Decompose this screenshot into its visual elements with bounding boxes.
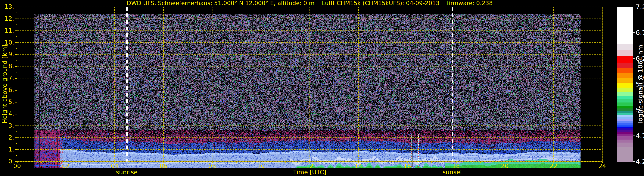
colorbar-tick-mark bbox=[633, 110, 635, 110]
colorbar-band bbox=[617, 123, 633, 125]
colorbar-band bbox=[617, 88, 633, 92]
vertical-gridline bbox=[163, 7, 164, 162]
vertical-gridline bbox=[553, 7, 554, 162]
x-tick-mark bbox=[310, 162, 310, 163]
y-tick-label: 3. bbox=[0, 122, 16, 129]
colorbar-tick-label: 4.2 bbox=[636, 158, 644, 165]
plot-frame-left bbox=[17, 7, 17, 162]
x-tick-mark bbox=[407, 162, 408, 163]
x-tick-mark bbox=[505, 162, 505, 163]
colorbar-band bbox=[617, 136, 633, 140]
colorbar-band bbox=[617, 121, 633, 123]
plot-frame-bottom bbox=[17, 161, 602, 162]
y-tick-label: 2. bbox=[0, 134, 16, 141]
x-tick-mark bbox=[553, 162, 554, 163]
plot-frame-right bbox=[602, 7, 602, 162]
x-tick-mark bbox=[212, 162, 213, 163]
colorbar-band bbox=[617, 68, 633, 73]
y-tick-label: 5. bbox=[0, 98, 16, 106]
colorbar-band bbox=[617, 50, 633, 56]
sunset-annotation: sunset bbox=[431, 169, 474, 176]
colorbar-tick-label: 5.7 bbox=[636, 80, 644, 88]
colorbar-band bbox=[617, 96, 633, 99]
sunset-line bbox=[452, 7, 453, 162]
colorbar-tick-mark bbox=[633, 161, 635, 162]
colorbar-band bbox=[617, 128, 633, 130]
colorbar-band bbox=[617, 99, 633, 102]
sunrise-annotation: sunrise bbox=[105, 169, 148, 176]
x-tick-label: 16 bbox=[399, 163, 416, 170]
colorbar-band bbox=[617, 115, 633, 117]
colorbar-tick-mark bbox=[633, 84, 635, 84]
y-tick-label: 8. bbox=[0, 63, 16, 70]
colorbar-band bbox=[617, 130, 633, 132]
vertical-gridline bbox=[407, 7, 408, 162]
x-tick-label: 10 bbox=[252, 163, 270, 170]
y-tick-label: 1. bbox=[0, 146, 16, 153]
colorbar-band bbox=[617, 106, 633, 109]
colorbar-band bbox=[617, 125, 633, 127]
colorbar-band bbox=[617, 44, 633, 50]
x-tick-label: 02 bbox=[57, 163, 74, 170]
x-tick-mark bbox=[17, 162, 18, 163]
colorbar-tick-label: 6.2 bbox=[636, 55, 644, 62]
colorbar-band bbox=[617, 127, 633, 128]
colorbar-band bbox=[617, 92, 633, 96]
y-tick-label: 6. bbox=[0, 87, 16, 94]
vertical-gridline bbox=[114, 7, 115, 162]
x-tick-mark bbox=[456, 162, 456, 163]
page-title: DWD UFS, Schneefernerhaus; 51.000° N 12.… bbox=[17, 0, 602, 6]
colorbar-band bbox=[617, 117, 633, 119]
vertical-gridline bbox=[310, 7, 310, 162]
sunrise-line bbox=[126, 7, 128, 162]
colorbar-tick-mark bbox=[633, 136, 635, 136]
colorbar-tick-mark bbox=[633, 32, 635, 33]
colorbar-band bbox=[617, 7, 633, 44]
colorbar-band bbox=[617, 119, 633, 121]
colorbar-band bbox=[617, 143, 633, 147]
y-tick-label: 11. bbox=[0, 27, 16, 34]
x-tick-mark bbox=[66, 162, 66, 163]
y-tick-label: 9. bbox=[0, 51, 16, 58]
y-tick-label: 13. bbox=[0, 3, 16, 10]
colorbar-band bbox=[617, 108, 633, 111]
x-tick-label: 20 bbox=[496, 163, 514, 170]
colorbar-band bbox=[617, 83, 633, 88]
colorbar-band bbox=[617, 73, 633, 78]
colorbar-band bbox=[617, 56, 633, 63]
backscatter-heatmap-canvas bbox=[34, 14, 580, 168]
x-tick-mark bbox=[114, 162, 115, 163]
colorbar-tick-mark bbox=[633, 58, 635, 59]
x-tick-label: 14 bbox=[350, 163, 367, 170]
plot-frame-top bbox=[17, 6, 602, 7]
x-tick-mark bbox=[358, 162, 359, 163]
colorbar-tick-label: 7.2 bbox=[636, 3, 644, 11]
x-tick-mark bbox=[602, 162, 603, 163]
colorbar-tick-label: 4.7 bbox=[636, 132, 644, 140]
x-tick-label: 22 bbox=[545, 163, 562, 170]
vertical-gridline bbox=[505, 7, 505, 162]
colorbar-band bbox=[617, 111, 633, 113]
y-tick-label: 10. bbox=[0, 39, 16, 46]
colorbar-band bbox=[617, 132, 633, 134]
ceilometer-quicklook: DWD UFS, Schneefernerhaus; 51.000° N 12.… bbox=[0, 0, 644, 176]
vertical-gridline bbox=[212, 7, 212, 162]
x-tick-label: 06 bbox=[155, 163, 172, 170]
x-tick-label: 04 bbox=[106, 163, 123, 170]
x-axis-label: Time [UTC] bbox=[286, 169, 333, 176]
y-tick-label: 7. bbox=[0, 75, 16, 82]
x-tick-label: 08 bbox=[204, 163, 221, 170]
colorbar-tick-label: 5.2 bbox=[636, 106, 644, 114]
x-tick-label: 24 bbox=[594, 163, 611, 170]
y-tick-label: 12. bbox=[0, 15, 16, 22]
x-tick-mark bbox=[261, 162, 262, 163]
vertical-gridline bbox=[66, 7, 66, 162]
colorbar-tick-label: 6.7 bbox=[636, 29, 644, 36]
vertical-gridline bbox=[358, 7, 359, 162]
colorbar-band bbox=[617, 134, 633, 136]
x-tick-label: 00 bbox=[8, 163, 26, 170]
vertical-gridline bbox=[456, 7, 456, 162]
colorbar bbox=[617, 7, 633, 162]
vertical-gridline bbox=[261, 7, 261, 162]
colorbar-band bbox=[617, 147, 633, 162]
